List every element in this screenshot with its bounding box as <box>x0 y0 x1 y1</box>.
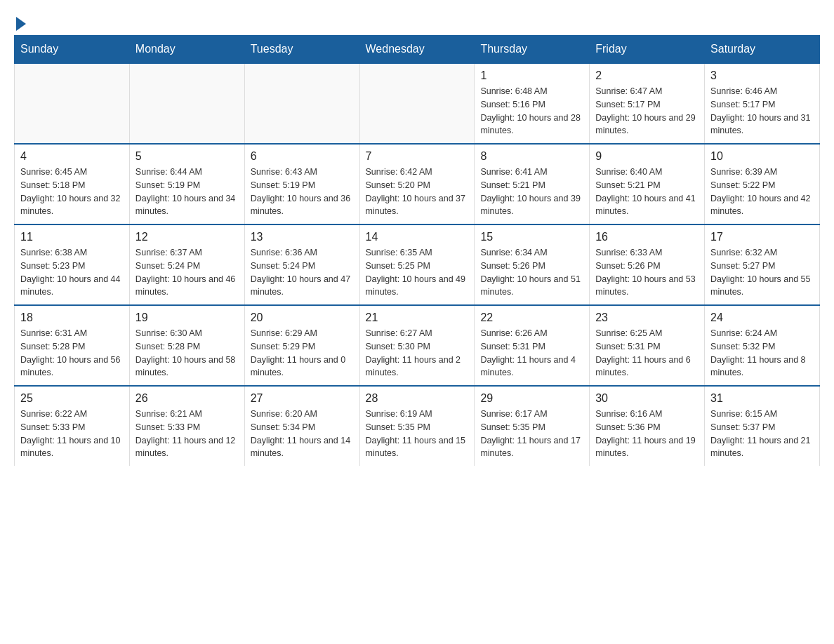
day-info: Sunrise: 6:22 AMSunset: 5:33 PMDaylight:… <box>20 408 124 460</box>
logo-arrow-icon <box>16 17 26 31</box>
day-info: Sunrise: 6:31 AMSunset: 5:28 PMDaylight:… <box>20 327 124 380</box>
table-row: 10Sunrise: 6:39 AMSunset: 5:22 PMDayligh… <box>705 144 820 224</box>
table-row: 28Sunrise: 6:19 AMSunset: 5:35 PMDayligh… <box>359 386 475 466</box>
day-number: 1 <box>480 69 583 82</box>
table-row: 29Sunrise: 6:17 AMSunset: 5:35 PMDayligh… <box>475 386 590 466</box>
day-info: Sunrise: 6:32 AMSunset: 5:27 PMDaylight:… <box>710 246 814 299</box>
day-number: 30 <box>595 392 699 405</box>
calendar-week-row: 25Sunrise: 6:22 AMSunset: 5:33 PMDayligh… <box>15 386 820 466</box>
table-row: 27Sunrise: 6:20 AMSunset: 5:34 PMDayligh… <box>244 386 359 466</box>
day-number: 6 <box>251 150 354 163</box>
header-tuesday: Tuesday <box>244 36 359 64</box>
day-info: Sunrise: 6:39 AMSunset: 5:22 PMDaylight:… <box>710 166 814 218</box>
day-info: Sunrise: 6:30 AMSunset: 5:28 PMDaylight:… <box>135 327 239 380</box>
day-info: Sunrise: 6:24 AMSunset: 5:32 PMDaylight:… <box>710 327 814 380</box>
table-row <box>244 63 359 144</box>
day-number: 4 <box>20 150 124 163</box>
day-number: 25 <box>20 392 124 405</box>
day-info: Sunrise: 6:21 AMSunset: 5:33 PMDaylight:… <box>135 408 239 460</box>
table-row: 17Sunrise: 6:32 AMSunset: 5:27 PMDayligh… <box>705 224 820 305</box>
day-number: 16 <box>595 231 699 243</box>
day-number: 7 <box>366 150 469 163</box>
table-row: 4Sunrise: 6:45 AMSunset: 5:18 PMDaylight… <box>15 144 130 224</box>
table-row: 30Sunrise: 6:16 AMSunset: 5:36 PMDayligh… <box>590 386 705 466</box>
table-row: 22Sunrise: 6:26 AMSunset: 5:31 PMDayligh… <box>475 305 590 386</box>
table-row: 12Sunrise: 6:37 AMSunset: 5:24 PMDayligh… <box>129 224 244 305</box>
day-info: Sunrise: 6:38 AMSunset: 5:23 PMDaylight:… <box>20 246 124 299</box>
day-info: Sunrise: 6:20 AMSunset: 5:34 PMDaylight:… <box>251 408 354 460</box>
day-info: Sunrise: 6:17 AMSunset: 5:35 PMDaylight:… <box>480 408 583 460</box>
table-row: 8Sunrise: 6:41 AMSunset: 5:21 PMDaylight… <box>475 144 590 224</box>
day-info: Sunrise: 6:33 AMSunset: 5:26 PMDaylight:… <box>595 246 699 299</box>
table-row: 7Sunrise: 6:42 AMSunset: 5:20 PMDaylight… <box>359 144 475 224</box>
table-row: 16Sunrise: 6:33 AMSunset: 5:26 PMDayligh… <box>590 224 705 305</box>
day-number: 13 <box>251 231 354 243</box>
day-number: 11 <box>20 231 124 243</box>
day-number: 5 <box>135 150 239 163</box>
calendar-week-row: 11Sunrise: 6:38 AMSunset: 5:23 PMDayligh… <box>15 224 820 305</box>
day-number: 12 <box>135 231 239 243</box>
day-number: 19 <box>135 311 239 324</box>
day-number: 2 <box>595 69 699 82</box>
table-row <box>15 63 130 144</box>
table-row: 31Sunrise: 6:15 AMSunset: 5:37 PMDayligh… <box>705 386 820 466</box>
header-monday: Monday <box>129 36 244 64</box>
calendar-header-row: Sunday Monday Tuesday Wednesday Thursday… <box>15 36 820 64</box>
table-row: 21Sunrise: 6:27 AMSunset: 5:30 PMDayligh… <box>359 305 475 386</box>
day-number: 18 <box>20 311 124 324</box>
logo-top <box>14 14 26 31</box>
day-number: 15 <box>480 231 583 243</box>
day-info: Sunrise: 6:37 AMSunset: 5:24 PMDaylight:… <box>135 246 239 299</box>
calendar-week-row: 18Sunrise: 6:31 AMSunset: 5:28 PMDayligh… <box>15 305 820 386</box>
header-friday: Friday <box>590 36 705 64</box>
table-row: 11Sunrise: 6:38 AMSunset: 5:23 PMDayligh… <box>15 224 130 305</box>
day-info: Sunrise: 6:16 AMSunset: 5:36 PMDaylight:… <box>595 408 699 460</box>
day-info: Sunrise: 6:41 AMSunset: 5:21 PMDaylight:… <box>480 166 583 218</box>
table-row: 9Sunrise: 6:40 AMSunset: 5:21 PMDaylight… <box>590 144 705 224</box>
page-header <box>14 14 820 27</box>
table-row: 2Sunrise: 6:47 AMSunset: 5:17 PMDaylight… <box>590 63 705 144</box>
day-info: Sunrise: 6:43 AMSunset: 5:19 PMDaylight:… <box>251 166 354 218</box>
day-info: Sunrise: 6:42 AMSunset: 5:20 PMDaylight:… <box>366 166 469 218</box>
day-number: 23 <box>595 311 699 324</box>
table-row: 18Sunrise: 6:31 AMSunset: 5:28 PMDayligh… <box>15 305 130 386</box>
header-wednesday: Wednesday <box>359 36 475 64</box>
day-number: 24 <box>710 311 814 324</box>
calendar-week-row: 1Sunrise: 6:48 AMSunset: 5:16 PMDaylight… <box>15 63 820 144</box>
table-row <box>129 63 244 144</box>
table-row: 26Sunrise: 6:21 AMSunset: 5:33 PMDayligh… <box>129 386 244 466</box>
table-row: 20Sunrise: 6:29 AMSunset: 5:29 PMDayligh… <box>244 305 359 386</box>
day-info: Sunrise: 6:29 AMSunset: 5:29 PMDaylight:… <box>251 327 354 380</box>
day-number: 9 <box>595 150 699 163</box>
day-info: Sunrise: 6:44 AMSunset: 5:19 PMDaylight:… <box>135 166 239 218</box>
logo <box>14 14 26 27</box>
day-number: 20 <box>251 311 354 324</box>
header-sunday: Sunday <box>15 36 130 64</box>
day-info: Sunrise: 6:48 AMSunset: 5:16 PMDaylight:… <box>480 85 583 137</box>
table-row: 3Sunrise: 6:46 AMSunset: 5:17 PMDaylight… <box>705 63 820 144</box>
day-number: 27 <box>251 392 354 405</box>
table-row: 24Sunrise: 6:24 AMSunset: 5:32 PMDayligh… <box>705 305 820 386</box>
day-number: 14 <box>366 231 469 243</box>
table-row: 13Sunrise: 6:36 AMSunset: 5:24 PMDayligh… <box>244 224 359 305</box>
day-info: Sunrise: 6:34 AMSunset: 5:26 PMDaylight:… <box>480 246 583 299</box>
day-info: Sunrise: 6:45 AMSunset: 5:18 PMDaylight:… <box>20 166 124 218</box>
day-number: 26 <box>135 392 239 405</box>
day-info: Sunrise: 6:36 AMSunset: 5:24 PMDaylight:… <box>251 246 354 299</box>
table-row: 1Sunrise: 6:48 AMSunset: 5:16 PMDaylight… <box>475 63 590 144</box>
table-row: 14Sunrise: 6:35 AMSunset: 5:25 PMDayligh… <box>359 224 475 305</box>
table-row: 15Sunrise: 6:34 AMSunset: 5:26 PMDayligh… <box>475 224 590 305</box>
day-number: 8 <box>480 150 583 163</box>
day-info: Sunrise: 6:15 AMSunset: 5:37 PMDaylight:… <box>710 408 814 460</box>
calendar-table: Sunday Monday Tuesday Wednesday Thursday… <box>14 35 820 466</box>
table-row: 19Sunrise: 6:30 AMSunset: 5:28 PMDayligh… <box>129 305 244 386</box>
day-info: Sunrise: 6:27 AMSunset: 5:30 PMDaylight:… <box>366 327 469 380</box>
day-info: Sunrise: 6:40 AMSunset: 5:21 PMDaylight:… <box>595 166 699 218</box>
table-row: 5Sunrise: 6:44 AMSunset: 5:19 PMDaylight… <box>129 144 244 224</box>
calendar-week-row: 4Sunrise: 6:45 AMSunset: 5:18 PMDaylight… <box>15 144 820 224</box>
day-number: 3 <box>710 69 814 82</box>
table-row: 6Sunrise: 6:43 AMSunset: 5:19 PMDaylight… <box>244 144 359 224</box>
day-number: 10 <box>710 150 814 163</box>
day-number: 31 <box>710 392 814 405</box>
day-info: Sunrise: 6:47 AMSunset: 5:17 PMDaylight:… <box>595 85 699 137</box>
